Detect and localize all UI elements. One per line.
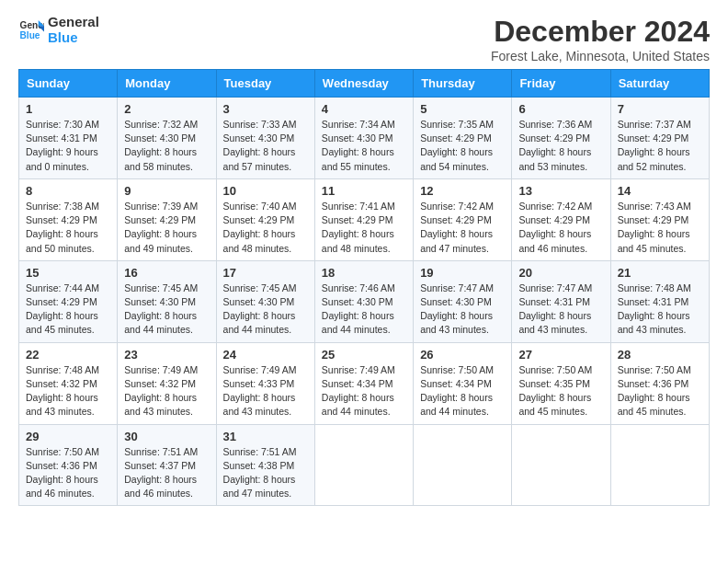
day-info: Sunrise: 7:32 AMSunset: 4:30 PMDaylight:… [124,118,209,174]
day-number: 21 [618,266,702,280]
calendar-cell: 30Sunrise: 7:51 AMSunset: 4:37 PMDayligh… [118,424,216,506]
calendar-header-saturday: Saturday [610,70,709,98]
calendar-cell: 25Sunrise: 7:49 AMSunset: 4:34 PMDayligh… [314,342,413,424]
day-number: 9 [124,184,209,198]
calendar-cell: 11Sunrise: 7:41 AMSunset: 4:29 PMDayligh… [314,178,413,260]
day-info: Sunrise: 7:45 AMSunset: 4:30 PMDaylight:… [223,282,308,338]
day-number: 3 [223,102,308,116]
day-info: Sunrise: 7:48 AMSunset: 4:32 PMDaylight:… [26,363,110,419]
calendar-cell: 15Sunrise: 7:44 AMSunset: 4:29 PMDayligh… [19,260,118,342]
calendar-week-row: 15Sunrise: 7:44 AMSunset: 4:29 PMDayligh… [19,260,710,342]
calendar-header-thursday: Thursday [414,70,512,98]
day-number: 6 [518,102,603,116]
day-number: 29 [26,430,110,443]
day-info: Sunrise: 7:47 AMSunset: 4:30 PMDaylight:… [420,282,505,338]
day-info: Sunrise: 7:49 AMSunset: 4:34 PMDaylight:… [322,363,406,419]
day-number: 2 [124,102,209,116]
day-info: Sunrise: 7:41 AMSunset: 4:29 PMDaylight:… [322,200,406,256]
title-area: December 2024 Forest Lake, Minnesota, Un… [491,15,710,63]
calendar-table: SundayMondayTuesdayWednesdayThursdayFrid… [18,69,710,506]
calendar-cell: 9Sunrise: 7:39 AMSunset: 4:29 PMDaylight… [118,178,216,260]
day-info: Sunrise: 7:30 AMSunset: 4:31 PMDaylight:… [26,118,110,174]
calendar-cell: 6Sunrise: 7:36 AMSunset: 4:29 PMDaylight… [512,98,610,179]
calendar-week-row: 1Sunrise: 7:30 AMSunset: 4:31 PMDaylight… [19,98,710,179]
day-info: Sunrise: 7:42 AMSunset: 4:29 PMDaylight:… [518,200,603,256]
calendar-cell: 28Sunrise: 7:50 AMSunset: 4:36 PMDayligh… [610,342,709,424]
day-number: 1 [26,102,110,116]
month-title: December 2024 [491,15,710,49]
day-number: 14 [618,184,702,198]
calendar-cell: 13Sunrise: 7:42 AMSunset: 4:29 PMDayligh… [512,178,610,260]
calendar-cell: 7Sunrise: 7:37 AMSunset: 4:29 PMDaylight… [610,98,709,179]
logo-icon: General Blue [18,17,44,43]
day-number: 27 [518,348,603,362]
day-info: Sunrise: 7:51 AMSunset: 4:38 PMDaylight:… [223,445,308,501]
logo-blue: Blue [48,30,99,46]
calendar-cell: 26Sunrise: 7:50 AMSunset: 4:34 PMDayligh… [414,342,512,424]
day-info: Sunrise: 7:36 AMSunset: 4:29 PMDaylight:… [518,118,603,174]
day-number: 4 [322,102,406,116]
calendar-header-wednesday: Wednesday [314,70,413,98]
svg-text:Blue: Blue [20,30,40,40]
calendar-cell [314,424,413,506]
calendar-week-row: 22Sunrise: 7:48 AMSunset: 4:32 PMDayligh… [19,342,710,424]
location-title: Forest Lake, Minnesota, United States [491,49,710,63]
day-info: Sunrise: 7:51 AMSunset: 4:37 PMDaylight:… [124,445,209,501]
calendar-cell: 4Sunrise: 7:34 AMSunset: 4:30 PMDaylight… [314,98,413,179]
day-number: 31 [223,430,308,443]
day-number: 25 [322,348,406,362]
calendar-cell: 22Sunrise: 7:48 AMSunset: 4:32 PMDayligh… [19,342,118,424]
day-info: Sunrise: 7:50 AMSunset: 4:36 PMDaylight:… [26,445,110,501]
day-info: Sunrise: 7:44 AMSunset: 4:29 PMDaylight:… [26,282,110,338]
day-info: Sunrise: 7:47 AMSunset: 4:31 PMDaylight:… [518,282,603,338]
day-info: Sunrise: 7:35 AMSunset: 4:29 PMDaylight:… [420,118,505,174]
day-number: 22 [26,348,110,362]
page-header: General Blue General Blue December 2024 … [18,15,710,63]
calendar-cell: 29Sunrise: 7:50 AMSunset: 4:36 PMDayligh… [19,424,118,506]
calendar-cell: 31Sunrise: 7:51 AMSunset: 4:38 PMDayligh… [216,424,314,506]
day-number: 5 [420,102,505,116]
calendar-week-row: 8Sunrise: 7:38 AMSunset: 4:29 PMDaylight… [19,178,710,260]
calendar-cell: 18Sunrise: 7:46 AMSunset: 4:30 PMDayligh… [314,260,413,342]
calendar-header-tuesday: Tuesday [216,70,314,98]
day-info: Sunrise: 7:49 AMSunset: 4:33 PMDaylight:… [223,363,308,419]
day-number: 20 [518,266,603,280]
day-number: 30 [124,430,209,443]
day-number: 11 [322,184,406,198]
calendar-cell: 23Sunrise: 7:49 AMSunset: 4:32 PMDayligh… [118,342,216,424]
calendar-cell [610,424,709,506]
day-number: 12 [420,184,505,198]
day-info: Sunrise: 7:42 AMSunset: 4:29 PMDaylight:… [420,200,505,256]
calendar-cell [512,424,610,506]
day-number: 10 [223,184,308,198]
day-number: 15 [26,266,110,280]
calendar-cell: 14Sunrise: 7:43 AMSunset: 4:29 PMDayligh… [610,178,709,260]
logo: General Blue General Blue [18,15,99,45]
calendar-body: 1Sunrise: 7:30 AMSunset: 4:31 PMDaylight… [19,98,710,506]
day-info: Sunrise: 7:48 AMSunset: 4:31 PMDaylight:… [618,282,702,338]
day-info: Sunrise: 7:50 AMSunset: 4:34 PMDaylight:… [420,363,505,419]
day-info: Sunrise: 7:45 AMSunset: 4:30 PMDaylight:… [124,282,209,338]
calendar-week-row: 29Sunrise: 7:50 AMSunset: 4:36 PMDayligh… [19,424,710,506]
calendar-cell [414,424,512,506]
calendar-cell: 5Sunrise: 7:35 AMSunset: 4:29 PMDaylight… [414,98,512,179]
calendar-cell: 27Sunrise: 7:50 AMSunset: 4:35 PMDayligh… [512,342,610,424]
day-info: Sunrise: 7:43 AMSunset: 4:29 PMDaylight:… [618,200,702,256]
calendar-header-friday: Friday [512,70,610,98]
day-info: Sunrise: 7:50 AMSunset: 4:36 PMDaylight:… [618,363,702,419]
day-info: Sunrise: 7:33 AMSunset: 4:30 PMDaylight:… [223,118,308,174]
day-number: 17 [223,266,308,280]
day-info: Sunrise: 7:37 AMSunset: 4:29 PMDaylight:… [618,118,702,174]
calendar-header-monday: Monday [118,70,216,98]
day-number: 18 [322,266,406,280]
day-number: 19 [420,266,505,280]
calendar-header-sunday: Sunday [19,70,118,98]
day-number: 24 [223,348,308,362]
calendar-cell: 8Sunrise: 7:38 AMSunset: 4:29 PMDaylight… [19,178,118,260]
calendar-cell: 20Sunrise: 7:47 AMSunset: 4:31 PMDayligh… [512,260,610,342]
calendar-cell: 12Sunrise: 7:42 AMSunset: 4:29 PMDayligh… [414,178,512,260]
day-info: Sunrise: 7:38 AMSunset: 4:29 PMDaylight:… [26,200,110,256]
calendar-cell: 1Sunrise: 7:30 AMSunset: 4:31 PMDaylight… [19,98,118,179]
calendar-cell: 10Sunrise: 7:40 AMSunset: 4:29 PMDayligh… [216,178,314,260]
day-number: 13 [518,184,603,198]
